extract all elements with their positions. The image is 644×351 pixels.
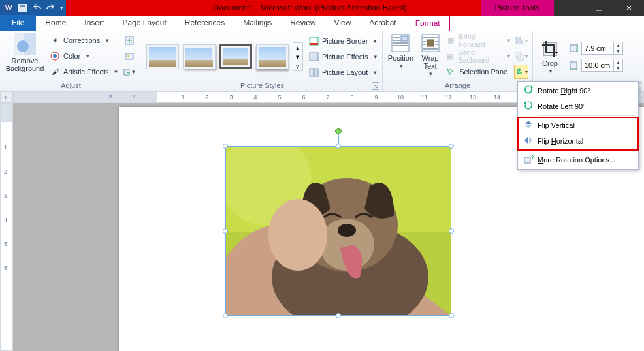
svg-rect-17 <box>310 53 318 61</box>
change-picture-button[interactable] <box>122 49 137 63</box>
resize-handle-se[interactable] <box>449 313 454 318</box>
ruler-corner[interactable]: L <box>0 91 13 103</box>
title-area: Document1 - Microsoft Word (Product Acti… <box>66 0 554 16</box>
svg-rect-32 <box>423 44 426 45</box>
maximize-button[interactable] <box>584 0 614 16</box>
ruler-tick: 1 <box>4 144 7 151</box>
resize-handle-nw[interactable] <box>223 144 228 149</box>
position-button[interactable]: Position▼ <box>387 33 415 80</box>
ribbon-tab-strip: File Home Insert Page Layout References … <box>0 16 644 31</box>
reset-picture-button[interactable]: ▼ <box>122 65 137 79</box>
vertical-ruler[interactable]: 123456 <box>0 103 13 351</box>
picture-border-icon <box>308 36 319 46</box>
style-thumb[interactable] <box>183 44 216 69</box>
selected-picture[interactable] <box>225 146 451 316</box>
menu-rotate-left[interactable]: Rotate Left 90° <box>519 99 637 114</box>
tab-file[interactable]: File <box>0 15 36 31</box>
ruler-tick: 4 <box>253 94 257 100</box>
dog-image-placeholder <box>226 147 451 316</box>
tab-acrobat[interactable]: Acrobat <box>360 15 405 31</box>
group-icon <box>515 52 524 61</box>
svg-rect-12 <box>125 53 133 59</box>
menu-more-rotation[interactable]: More Rotation Options... <box>519 152 637 168</box>
compress-pictures-button[interactable] <box>122 33 137 48</box>
rotate-right-icon <box>523 85 534 97</box>
style-thumb[interactable] <box>256 44 289 69</box>
ruler-tick: 11 <box>421 94 428 100</box>
redo-icon[interactable] <box>46 3 56 13</box>
rotation-handle[interactable] <box>335 128 342 134</box>
crop-icon <box>541 40 559 58</box>
resize-handle-n[interactable] <box>336 144 341 149</box>
style-thumb[interactable] <box>219 44 252 69</box>
spinner-down[interactable]: ▼ <box>613 48 622 54</box>
resize-handle-ne[interactable] <box>449 144 454 149</box>
spinner-up[interactable]: ▲ <box>613 42 622 48</box>
svg-point-47 <box>338 224 356 237</box>
ruler-tick: 4 <box>4 217 7 223</box>
tab-review[interactable]: Review <box>281 15 325 31</box>
svg-rect-33 <box>435 44 438 45</box>
align-icon <box>515 36 524 45</box>
svg-rect-40 <box>570 62 577 69</box>
menu-rotate-right[interactable]: Rotate Right 90° <box>519 83 637 99</box>
ruler-tick: 13 <box>470 94 476 100</box>
rotate-left-icon <box>523 100 534 112</box>
tab-insert[interactable]: Insert <box>75 15 113 31</box>
resize-handle-e[interactable] <box>449 228 454 234</box>
tab-references[interactable]: References <box>176 15 234 31</box>
group-label-arrange: Arrange <box>387 80 528 91</box>
ruler-tick: 8 <box>350 94 353 100</box>
tab-page-layout[interactable]: Page Layout <box>113 15 175 31</box>
width-field[interactable]: 10.6 cm▲▼ <box>568 59 623 72</box>
tab-home[interactable]: Home <box>36 15 75 31</box>
ruler-tick: 12 <box>445 94 452 100</box>
svg-rect-3 <box>20 5 25 7</box>
chevron-down-icon: ▼ <box>105 38 110 44</box>
save-icon[interactable] <box>17 3 27 13</box>
svg-rect-35 <box>516 41 523 44</box>
quick-access-toolbar: W ▾ <box>0 0 66 16</box>
gallery-scroll-up[interactable]: ▴ <box>293 43 302 52</box>
dialog-launcher-icon[interactable]: ↘ <box>372 82 379 90</box>
corrections-button[interactable]: ✴Corrections▼ <box>50 33 118 48</box>
undo-icon[interactable] <box>31 3 42 13</box>
selection-pane-button[interactable]: Selection Pane <box>445 65 511 79</box>
picture-effects-button[interactable]: Picture Effects▼ <box>308 50 378 64</box>
artistic-effects-button[interactable]: 🖌Artistic Effects▼ <box>50 65 118 79</box>
picture-content <box>225 146 451 316</box>
svg-rect-27 <box>427 40 434 46</box>
picture-layout-button[interactable]: Picture Layout▼ <box>308 65 378 80</box>
reset-picture-icon <box>123 67 130 77</box>
close-button[interactable]: × <box>614 0 644 16</box>
height-field[interactable]: 7.9 cm▲▼ <box>568 42 623 55</box>
group-label-picture-styles: Picture Styles↘ <box>146 80 378 91</box>
resize-handle-s[interactable] <box>336 313 341 318</box>
color-button[interactable]: Color▼ <box>50 49 118 63</box>
wrap-text-button[interactable]: Wrap Text▼ <box>417 33 443 80</box>
tab-format[interactable]: Format <box>406 16 450 31</box>
menu-flip-horizontal[interactable]: Flip Horizontal <box>519 133 637 149</box>
style-gallery[interactable]: ▴ ▾ ▿ <box>146 42 303 71</box>
style-thumb[interactable] <box>146 44 179 69</box>
minimize-button[interactable] <box>554 0 584 16</box>
spinner-up[interactable]: ▲ <box>613 59 622 65</box>
svg-rect-34 <box>516 37 521 40</box>
resize-handle-sw[interactable] <box>223 313 228 318</box>
tab-view[interactable]: View <box>325 15 361 31</box>
resize-handle-w[interactable] <box>223 228 228 234</box>
spinner-down[interactable]: ▼ <box>613 65 622 71</box>
remove-background-button[interactable]: Remove Background <box>4 33 46 80</box>
tab-mailings[interactable]: Mailings <box>234 15 281 31</box>
ruler-tick: 10 <box>397 94 404 100</box>
picture-border-button[interactable]: Picture Border▼ <box>308 34 378 48</box>
menu-flip-vertical[interactable]: Flip Vertical <box>519 117 637 133</box>
crop-button[interactable]: Crop▼ <box>537 40 563 74</box>
selection-pane-icon <box>445 67 456 77</box>
ruler-tick: 9 <box>374 94 378 100</box>
qat-customize-icon[interactable]: ▾ <box>60 5 63 11</box>
gallery-scroll-down[interactable]: ▾ <box>293 52 302 61</box>
rotate-button[interactable]: ▾ <box>514 65 528 79</box>
align-button[interactable]: ▾ <box>514 33 528 48</box>
gallery-more[interactable]: ▿ <box>293 61 302 70</box>
